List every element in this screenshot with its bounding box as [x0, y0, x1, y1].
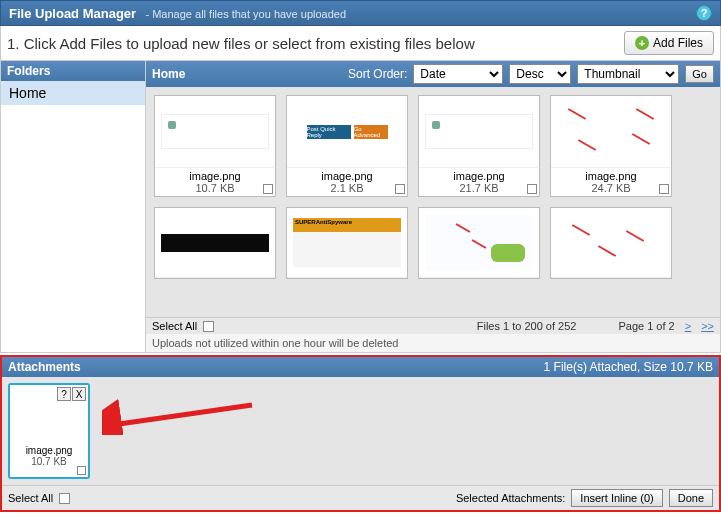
thumb-preview [155, 208, 275, 278]
app-subtitle: - Manage all files that you have uploade… [145, 8, 346, 20]
selected-attachments-label: Selected Attachments: [456, 492, 565, 504]
add-files-label: Add Files [653, 36, 703, 50]
attachments-section: Attachments 1 File(s) Attached, Size 10.… [0, 355, 721, 512]
attachments-header: Attachments 1 File(s) Attached, Size 10.… [2, 357, 719, 377]
home-panel: Home Sort Order: Date Desc Thumbnail Go … [146, 61, 720, 352]
sort-field-select[interactable]: Date [413, 64, 503, 84]
thumb-size: 21.7 KB [419, 182, 539, 196]
thumb-checkbox[interactable] [659, 184, 669, 194]
main-area: Folders Home Home Sort Order: Date Desc … [0, 61, 721, 353]
attachments-footer: Select All Selected Attachments: Insert … [2, 485, 719, 510]
upload-expiry-note: Uploads not utilized within one hour wil… [146, 334, 720, 352]
page-text: Page 1 of 2 [618, 320, 674, 332]
home-header: Home Sort Order: Date Desc Thumbnail Go [146, 61, 720, 87]
thumbs-area: image.png 10.7 KB Post Quick ReplyGo Adv… [146, 87, 720, 317]
thumb-item[interactable] [154, 207, 276, 279]
attachments-body: ? X image.png 10.7 KB [2, 377, 719, 485]
title-wrap: File Upload Manager - Manage all files t… [9, 6, 346, 21]
attachment-checkbox[interactable] [77, 466, 86, 475]
thumb-name: image.png [551, 168, 671, 182]
thumb-preview [551, 96, 671, 168]
folders-header: Folders [1, 61, 145, 81]
attachment-remove-button[interactable]: X [72, 387, 86, 401]
instruction-text: 1. Click Add Files to upload new files o… [7, 35, 624, 52]
insert-inline-button[interactable]: Insert Inline (0) [571, 489, 662, 507]
next-page[interactable]: > [685, 320, 691, 332]
thumb-preview [551, 208, 671, 278]
thumbs-footer: Select All Files 1 to 200 of 252 Page 1 … [146, 317, 720, 334]
svg-line-1 [112, 405, 252, 425]
attach-select-all-label: Select All [8, 492, 53, 504]
folders-panel: Folders Home [1, 61, 146, 352]
sort-dir-select[interactable]: Desc [509, 64, 571, 84]
view-select[interactable]: Thumbnail [577, 64, 679, 84]
attachment-controls: ? X [57, 387, 86, 401]
attachment-item[interactable]: ? X image.png 10.7 KB [8, 383, 90, 479]
attachments-title: Attachments [8, 360, 81, 374]
thumb-preview: Post Quick ReplyGo Advanced [287, 96, 407, 168]
thumb-checkbox[interactable] [527, 184, 537, 194]
thumb-item[interactable]: SUPERAntiSpyware [286, 207, 408, 279]
attachment-help-button[interactable]: ? [57, 387, 71, 401]
thumb-item[interactable]: image.png 10.7 KB [154, 95, 276, 197]
thumb-item[interactable]: image.png 21.7 KB [418, 95, 540, 197]
go-button[interactable]: Go [685, 65, 714, 83]
annotation-arrow [102, 395, 262, 435]
thumb-checkbox[interactable] [395, 184, 405, 194]
app-title: File Upload Manager [9, 6, 136, 21]
select-all-label: Select All [152, 320, 197, 332]
thumb-item[interactable]: image.png 24.7 KB [550, 95, 672, 197]
done-button[interactable]: Done [669, 489, 713, 507]
files-range: Files 1 to 200 of 252 [477, 320, 577, 332]
thumb-size: 24.7 KB [551, 182, 671, 196]
attachments-summary: 1 File(s) Attached, Size 10.7 KB [544, 360, 713, 374]
add-files-button[interactable]: + Add Files [624, 31, 714, 55]
thumb-preview [419, 96, 539, 168]
home-title: Home [152, 67, 342, 81]
thumb-size: 10.7 KB [155, 182, 275, 196]
thumb-preview: SUPERAntiSpyware [287, 208, 407, 278]
thumb-item[interactable] [418, 207, 540, 279]
attachment-name: image.png [10, 445, 88, 456]
sort-label: Sort Order: [348, 67, 407, 81]
thumb-name: image.png [287, 168, 407, 182]
plus-icon: + [635, 36, 649, 50]
thumb-size: 2.1 KB [287, 182, 407, 196]
thumb-name: image.png [419, 168, 539, 182]
thumb-item[interactable] [550, 207, 672, 279]
attach-select-all-checkbox[interactable] [59, 493, 70, 504]
thumb-preview [419, 208, 539, 278]
folder-item-home[interactable]: Home [1, 81, 145, 105]
thumb-name: image.png [155, 168, 275, 182]
help-icon[interactable]: ? [696, 5, 712, 21]
select-all-checkbox[interactable] [203, 321, 214, 332]
thumb-preview [155, 96, 275, 168]
instruction-row: 1. Click Add Files to upload new files o… [0, 26, 721, 61]
last-page[interactable]: >> [701, 320, 714, 332]
thumb-item[interactable]: Post Quick ReplyGo Advanced image.png 2.… [286, 95, 408, 197]
title-bar: File Upload Manager - Manage all files t… [0, 0, 721, 26]
thumb-checkbox[interactable] [263, 184, 273, 194]
